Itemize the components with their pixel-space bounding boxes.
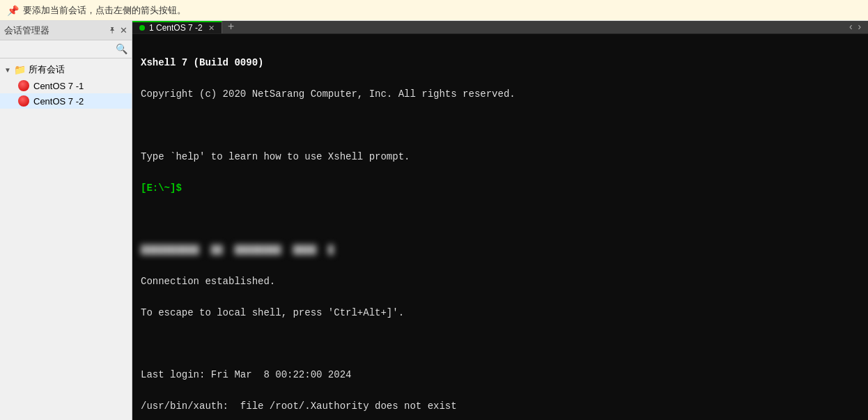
sidebar-header: 会话管理器 🖈 ✕ [0,21,132,40]
pin-icon: 📌 [7,5,19,16]
term-line [141,211,860,226]
tab-centos7-2[interactable]: 1 CentOS 7 -2 ✕ [132,21,222,33]
tab-nav-prev-button[interactable]: ‹ [848,22,853,33]
list-item[interactable]: CentOS 7 -1 [0,78,132,93]
tree-toggle-icon: ▼ [4,66,11,74]
term-line: Copyright (c) 2020 NetSarang Computer, I… [141,86,860,102]
term-line: Type `help' to learn how to use Xshell p… [141,149,860,164]
tab-active-dot [139,25,145,31]
terminal-area: 1 CentOS 7 -2 ✕ + ‹ › Xshell 7 (Build 00… [132,21,868,420]
sidebar-pin-icon[interactable]: 🖈 [108,25,117,36]
tab-add-button[interactable]: + [222,21,240,33]
search-icon[interactable]: 🔍 [116,43,127,55]
session-icon [18,95,29,107]
term-line: Connection established. [141,274,860,289]
terminal-content[interactable]: Xshell 7 (Build 0090) Copyright (c) 2020… [132,34,868,420]
term-line [141,336,860,351]
main-layout: 会话管理器 🖈 ✕ 🔍 ▼ 📁 所有会话 CentOS 7 -1 CentOS … [0,21,868,420]
folder-icon: 📁 [14,64,26,75]
term-line: Xshell 7 (Build 0090) [141,55,860,70]
session-icon [18,80,29,91]
sidebar-title: 会话管理器 [4,24,49,37]
session-label: CentOS 7 -1 [33,81,84,91]
tab-add-icon: + [228,21,235,33]
sidebar-tree: ▼ 📁 所有会话 CentOS 7 -1 CentOS 7 -2 [0,59,132,420]
list-item[interactable]: CentOS 7 -2 [0,93,132,109]
sidebar-search-bar: 🔍 [0,40,132,59]
session-label: CentOS 7 -2 [33,96,84,107]
sidebar-close-icon[interactable]: ✕ [120,25,127,36]
sidebar: 会话管理器 🖈 ✕ 🔍 ▼ 📁 所有会话 CentOS 7 -1 CentOS … [0,21,132,420]
term-line: Last login: Fri Mar 8 00:22:00 2024 [141,367,860,382]
term-blurred-line: ██████████ ██ ████████ ████ █ [141,242,860,258]
terminal-wrapper: Xshell 7 (Build 0090) Copyright (c) 2020… [132,34,868,420]
tree-root-all-sessions[interactable]: ▼ 📁 所有会话 [0,61,132,78]
tab-close-button[interactable]: ✕ [208,24,215,33]
term-line [141,118,860,133]
notification-text: 要添加当前会话，点击左侧的箭头按钮。 [23,4,186,17]
tab-nav-right: ‹ › [842,21,868,33]
term-prompt-line: [E:\~]$ [141,180,860,196]
notification-bar: 📌 要添加当前会话，点击左侧的箭头按钮。 [0,0,868,21]
tab-nav-next-button[interactable]: › [857,22,862,33]
tree-root-label: 所有会话 [29,63,65,76]
term-line: /usr/bin/xauth: file /root/.Xauthority d… [141,398,860,414]
term-line: To escape to local shell, press 'Ctrl+Al… [141,305,860,320]
tab-label: 1 CentOS 7 -2 [149,23,203,33]
tab-bar: 1 CentOS 7 -2 ✕ + ‹ › [132,21,868,34]
